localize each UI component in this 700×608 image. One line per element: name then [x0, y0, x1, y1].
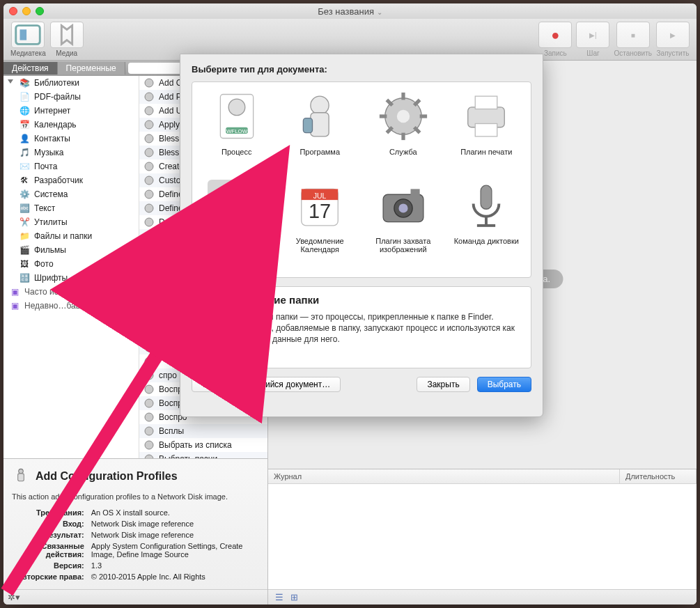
svg-point-17 — [145, 288, 153, 296]
category-item[interactable]: 🛠Разработчик — [3, 173, 139, 187]
svg-point-21 — [145, 343, 153, 352]
category-item[interactable]: 👤Контакты — [3, 132, 139, 146]
svg-rect-63 — [481, 185, 492, 209]
svg-point-61 — [398, 203, 407, 212]
action-icon — [143, 370, 155, 381]
svg-point-8 — [145, 162, 153, 171]
svg-point-22 — [145, 357, 153, 366]
svg-point-15 — [145, 260, 153, 268]
action-icon — [143, 119, 155, 130]
media-library-button[interactable] — [11, 22, 45, 48]
service-icon — [374, 91, 433, 142]
action-icon — [143, 244, 155, 256]
category-icon: 🔤 — [19, 203, 30, 214]
media-button[interactable] — [50, 22, 84, 48]
action-icon — [143, 398, 155, 409]
svg-point-13 — [145, 232, 153, 240]
close-dialog-button[interactable]: Закрыть — [417, 377, 469, 392]
category-item[interactable]: 🌐Интернет — [3, 104, 139, 118]
run-button[interactable]: ▶ — [656, 22, 690, 48]
category-item[interactable]: 📁Файлы и папки — [3, 229, 139, 243]
list-view-icon[interactable]: ☰ — [275, 592, 283, 602]
tab-actions[interactable]: Действия — [3, 62, 58, 75]
svg-point-16 — [145, 274, 153, 282]
log-col-journal[interactable]: Журнал — [268, 469, 620, 483]
category-item[interactable]: ✉️Почта — [3, 159, 139, 173]
svg-point-10 — [145, 190, 153, 198]
svg-point-42 — [397, 110, 410, 123]
folder-icon — [201, 294, 228, 322]
open-existing-button[interactable]: Открыть имеющийся документ… — [192, 377, 341, 392]
log-body — [268, 484, 697, 589]
type-dictation[interactable]: Команда диктовки — [448, 180, 526, 272]
svg-point-2 — [145, 79, 153, 87]
titlebar: Без названия ⌄ — [3, 3, 697, 19]
svg-rect-62 — [410, 189, 419, 196]
settings-strip: ✲▾ — [3, 589, 267, 605]
category-item[interactable]: 📄PDF-файлы — [3, 90, 139, 104]
category-item[interactable]: ⚙️Система — [3, 187, 139, 201]
category-item[interactable]: 🎵Музыка — [3, 146, 139, 159]
svg-point-9 — [145, 176, 153, 185]
calendar-alarm-icon: JUL17 — [290, 180, 349, 231]
record-button[interactable]: ● — [538, 22, 572, 48]
smart-folder-icon: ▣ — [9, 300, 20, 311]
action-item[interactable]: Выбрать из списка — [139, 438, 267, 452]
svg-rect-1 — [20, 29, 27, 40]
category-icon: 🔠 — [19, 272, 30, 283]
svg-rect-54 — [215, 193, 233, 198]
gear-icon[interactable]: ✲▾ — [8, 592, 20, 602]
svg-point-20 — [145, 329, 153, 338]
category-item[interactable]: 🔠Шрифты — [3, 271, 139, 285]
tab-variables[interactable]: Переменные — [58, 62, 125, 75]
type-image-capture[interactable]: Плагин захвата изображений — [364, 180, 442, 272]
type-print-plugin[interactable]: Плагин печати — [448, 91, 526, 174]
category-icon: 🎵 — [19, 147, 30, 158]
svg-point-14 — [145, 246, 153, 254]
category-item[interactable]: 🎬Фильмы — [3, 243, 139, 257]
action-icon — [143, 314, 155, 325]
type-folder-action[interactable]: Действие папки — [198, 180, 276, 272]
category-icon: 🌐 — [19, 105, 30, 116]
type-service[interactable]: Служба — [364, 91, 442, 174]
action-info-panel: Add Configuration Profiles This action a… — [3, 458, 267, 589]
type-grid: WFLOWПроцессПрограммаСлужбаПлагин печати… — [192, 81, 531, 278]
log-col-duration[interactable]: Длительность — [620, 469, 697, 483]
action-icon — [143, 203, 155, 214]
action-item[interactable]: Выбрать песни — [139, 452, 267, 458]
svg-line-47 — [387, 100, 392, 105]
library-root[interactable]: 📚 Библиотеки — [3, 76, 139, 90]
svg-point-7 — [145, 148, 153, 157]
action-icon — [143, 328, 155, 339]
step-button[interactable]: ▶| — [576, 22, 609, 48]
choose-button[interactable]: Выбрать — [477, 377, 531, 392]
svg-point-4 — [145, 107, 153, 115]
smart-folder-icon: ▣ — [9, 286, 20, 297]
svg-rect-40 — [304, 118, 313, 133]
category-item[interactable]: 📅Календарь — [3, 118, 139, 132]
smart-category-item[interactable]: ▣Часто используемые — [3, 285, 139, 299]
svg-text:JUL: JUL — [313, 192, 327, 200]
action-icon — [143, 105, 155, 116]
action-icon — [143, 342, 155, 353]
type-application[interactable]: Программа — [281, 91, 359, 174]
svg-rect-52 — [476, 96, 498, 109]
stop-button[interactable]: ■ — [616, 22, 650, 48]
category-item[interactable]: 🔤Текст — [3, 201, 139, 215]
grid-view-icon[interactable]: ⊞ — [290, 592, 298, 602]
svg-point-26 — [145, 413, 153, 421]
smart-category-item[interactable]: ▣Недавно…бавленные — [3, 299, 139, 313]
category-item[interactable]: 🖼Фото — [3, 257, 139, 271]
category-list[interactable]: 📚 Библиотеки 📄PDF-файлы🌐Интернет📅Календа… — [3, 76, 139, 458]
svg-point-19 — [145, 315, 153, 324]
svg-point-23 — [145, 371, 153, 380]
window-title: Без названия ⌄ — [3, 6, 697, 17]
stop-label: Остановить — [614, 49, 652, 57]
category-icon: ⚙️ — [19, 189, 30, 200]
type-workflow[interactable]: WFLOWПроцесс — [198, 91, 276, 174]
type-calendar-alarm[interactable]: JUL17Уведомление Календаря — [281, 180, 359, 272]
category-item[interactable]: ✂️Утилиты — [3, 215, 139, 229]
action-item[interactable]: Всплы — [139, 424, 267, 438]
svg-rect-33 — [18, 474, 24, 481]
action-icon — [143, 453, 155, 458]
